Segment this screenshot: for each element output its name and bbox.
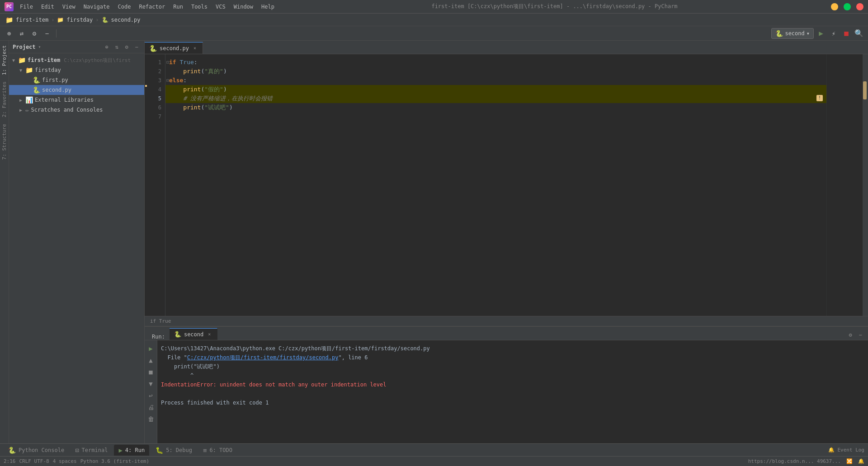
console-trash-btn[interactable]: 🗑	[146, 414, 156, 424]
menu-navigate[interactable]: Navigate	[80, 2, 113, 11]
menu-run[interactable]: Run	[170, 2, 187, 11]
menu-code[interactable]: Code	[114, 2, 135, 11]
console-settings-btn[interactable]: ⚙	[846, 331, 854, 339]
panel-scroll-btn[interactable]: ⇅	[113, 43, 121, 51]
str-shishisha: "试试吧"	[204, 103, 229, 112]
console-stop-btn[interactable]: ■	[146, 367, 156, 377]
toolbar-minus-btn[interactable]: −	[42, 28, 52, 39]
code-true: True	[179, 58, 193, 67]
bottom-tab-icon: 🐍	[174, 331, 181, 338]
gutter-error-mark-5	[145, 85, 147, 87]
console-print-btn[interactable]: 🖨	[146, 403, 156, 412]
breadcrumb-sep1: ›	[51, 17, 54, 23]
editor-tab-second-py[interactable]: 🐍 second.py ×	[145, 42, 203, 54]
panel-title: Project ▾	[13, 44, 41, 50]
stop-button[interactable]: ■	[841, 28, 852, 39]
title-bar-left: PC File Edit View Navigate Code Refactor…	[5, 2, 278, 11]
vtab-favorites[interactable]: 2: Favorites	[0, 79, 8, 120]
tree-firstday[interactable]: ▼ 📁 firstday	[9, 65, 144, 75]
fold-arrow-3[interactable]: ⊟	[166, 76, 169, 85]
footer-terminal-icon: ⊡	[75, 447, 79, 454]
search-everywhere-btn[interactable]: 🔍	[854, 28, 864, 39]
toolbar-add-btn[interactable]: ⊕	[4, 28, 14, 39]
panel-settings-btn[interactable]: ⚙	[123, 43, 131, 51]
footer-tab-run[interactable]: ▶ 4: Run	[114, 445, 149, 456]
str-jiade: "假的"	[204, 85, 223, 94]
console-wrap-btn[interactable]: ↩	[146, 391, 156, 400]
status-python[interactable]: Python 3.6 (first-item)	[80, 458, 149, 464]
menu-window[interactable]: Window	[230, 2, 257, 11]
run-config-dropdown[interactable]: 🐍 second ▾	[771, 28, 814, 39]
line-num-3: 3	[158, 76, 161, 85]
tree-second-py-icon: 🐍	[33, 86, 40, 94]
bottom-tab-close[interactable]: ×	[206, 331, 212, 338]
git-icon: 🔀	[846, 458, 853, 464]
tree-scratches-label: Scratches and Consoles	[31, 107, 103, 113]
line-num-2: 2	[158, 67, 161, 76]
console-line-4: ^	[161, 371, 864, 380]
maximize-button[interactable]: □	[844, 3, 851, 10]
toolbar: ⊕ ⇄ ⚙ − 🐍 second ▾ ▶ ⚡ ■ 🔍	[0, 26, 868, 41]
tree-second-py-arrow	[25, 88, 31, 93]
tree-root[interactable]: ▼ 📁 first-item C:\czx\python项目\first	[9, 55, 144, 65]
tree-first-py[interactable]: 🐍 first.py	[9, 75, 144, 85]
close-button[interactable]: ×	[856, 3, 863, 10]
tab-close-btn[interactable]: ×	[192, 45, 198, 52]
status-left: 2:16 CRLF UTF-8 4 spaces Python 3.6 (fir…	[4, 458, 149, 464]
tree-firstday-arrow: ▼	[18, 68, 24, 73]
footer-tab-debug[interactable]: 🐛 5: Debug	[151, 445, 197, 456]
breadcrumb-sep2: ›	[95, 17, 99, 23]
breadcrumb-project[interactable]: first-item	[16, 17, 48, 23]
console-minimize-btn[interactable]: −	[856, 331, 864, 339]
vtab-structure[interactable]: 7: Structure	[0, 121, 8, 162]
tree-external-libs[interactable]: ▶ 📊 External Libraries	[9, 95, 144, 105]
footer-terminal-label: Terminal	[82, 447, 108, 453]
fold-arrow-1[interactable]: ⊟	[166, 58, 169, 67]
build-button[interactable]: ⚡	[828, 28, 839, 39]
tree-second-py[interactable]: 🐍 second.py	[9, 85, 144, 95]
panel-add-btn[interactable]: ⊕	[103, 43, 111, 51]
editor-breadcrumb-text: if True	[150, 318, 171, 324]
run-output-area: ▶ ▲ ■ ▼ ↩ 🖨 🗑 C:\Users\13427\Anaconda3\p…	[145, 340, 868, 443]
menu-edit[interactable]: Edit	[38, 2, 58, 11]
fn-print-4: print	[183, 85, 201, 94]
console-run-btn[interactable]: ▶	[146, 344, 156, 353]
bottom-panel: Run: 🐍 second × ⚙ − ▶ ▲ ■	[145, 326, 868, 443]
toolbar-settings-btn[interactable]: ⚙	[29, 28, 40, 39]
minimize-button[interactable]: −	[831, 3, 838, 10]
event-log-btn[interactable]: 🔔 Event Log	[828, 447, 864, 453]
console-link[interactable]: C:/czx/python项目/first-item/firstday/seco…	[187, 353, 339, 362]
bottom-tab-label: second	[184, 331, 203, 338]
panel-dropdown-arrow[interactable]: ▾	[38, 44, 41, 49]
run-button[interactable]: ▶	[816, 28, 826, 39]
menu-refactor[interactable]: Refactor	[135, 2, 169, 11]
footer-tab-terminal[interactable]: ⊡ Terminal	[71, 445, 112, 456]
console-down-btn[interactable]: ▼	[146, 379, 156, 388]
code-line-3: ⊟ else:	[165, 76, 826, 85]
code-content[interactable]: ⊟ if True: print("真的") ⊟ else: print("假的…	[165, 54, 826, 316]
menu-file[interactable]: File	[16, 2, 37, 11]
line-num-5: 5	[158, 94, 161, 103]
bottom-tab-second[interactable]: 🐍 second ×	[170, 328, 217, 340]
menu-view[interactable]: View	[59, 2, 79, 11]
menu-vcs[interactable]: VCS	[212, 2, 229, 11]
panel-minimize-btn[interactable]: −	[132, 43, 141, 51]
toolbar-separator	[56, 29, 57, 38]
menu-tools[interactable]: Tools	[188, 2, 211, 11]
toolbar-sync-btn[interactable]: ⇄	[16, 28, 27, 39]
footer-tab-python-console[interactable]: 🐍 Python Console	[4, 445, 69, 456]
project-panel: Project ▾ ⊕ ⇅ ⚙ − ▼ 📁 first-item C:\czx\…	[9, 41, 145, 443]
panel-title-text: Project	[13, 44, 36, 50]
code-scrollbar[interactable]	[863, 54, 868, 316]
menu-help[interactable]: Help	[258, 2, 278, 11]
breadcrumb-file[interactable]: second.py	[111, 17, 141, 23]
tab-icon: 🐍	[149, 45, 157, 52]
breadcrumb-firstday[interactable]: firstday	[66, 17, 93, 23]
console-text: C:\Users\13427\Anaconda3\python.exe C:/c…	[157, 344, 868, 440]
keyword-if: if	[169, 58, 176, 67]
footer-tab-todo[interactable]: ≡ 6: TODO	[198, 445, 237, 456]
vtab-project[interactable]: 1: Project	[0, 42, 8, 78]
tree-firstday-icon: 📁	[25, 66, 33, 74]
tree-scratches[interactable]: ▶ ✏️ Scratches and Consoles	[9, 105, 144, 115]
console-up-btn[interactable]: ▲	[146, 356, 156, 365]
